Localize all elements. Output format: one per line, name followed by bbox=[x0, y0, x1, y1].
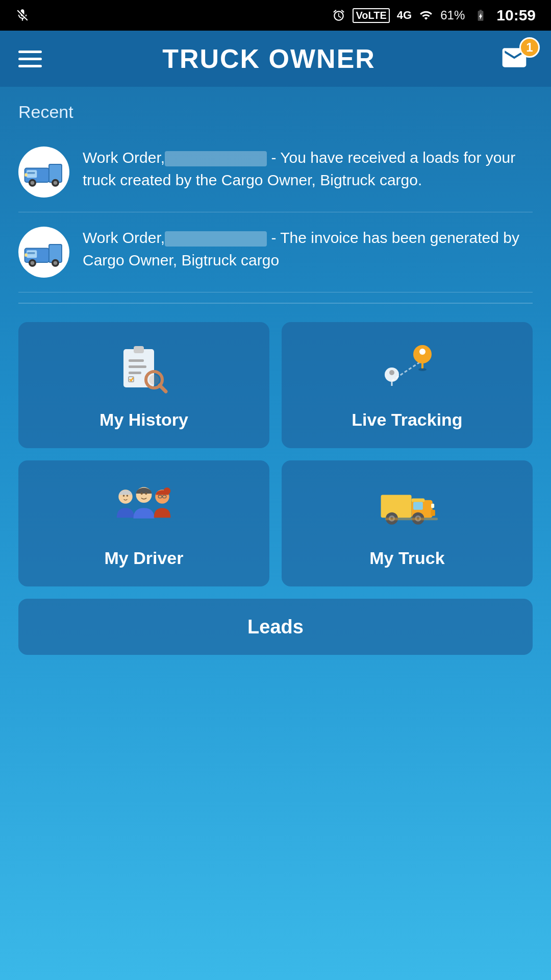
volte-indicator: VoLTE bbox=[353, 8, 389, 23]
my-driver-button[interactable]: My Driver bbox=[18, 460, 269, 586]
svg-point-39 bbox=[164, 487, 171, 495]
status-right: VoLTE 4G 61% 10:59 bbox=[332, 7, 536, 24]
network-indicator: 4G bbox=[397, 9, 412, 22]
map-pin-icon bbox=[377, 345, 438, 396]
svg-rect-47 bbox=[431, 510, 435, 516]
tracking-icon-wrap bbox=[377, 342, 438, 399]
page-title: TRUCK OWNER bbox=[162, 43, 375, 74]
notification-text-1: Work Order, - You have received a loads … bbox=[83, 146, 533, 191]
notification-text-2: Work Order, - The invoice has been gener… bbox=[83, 227, 533, 271]
svg-rect-20 bbox=[129, 359, 144, 362]
driver-icon-wrap bbox=[113, 481, 174, 537]
svg-point-33 bbox=[123, 495, 124, 497]
truck-illustration-icon bbox=[377, 483, 438, 534]
svg-rect-17 bbox=[28, 252, 35, 254]
svg-point-15 bbox=[54, 261, 58, 265]
svg-rect-48 bbox=[431, 504, 434, 508]
live-tracking-label: Live Tracking bbox=[352, 410, 462, 430]
feature-grid: My History bbox=[18, 322, 533, 586]
leads-button[interactable]: Leads bbox=[18, 599, 533, 655]
svg-rect-55 bbox=[385, 518, 438, 520]
svg-rect-7 bbox=[25, 174, 28, 177]
truck-avatar-1 bbox=[18, 146, 69, 198]
time-display: 10:59 bbox=[496, 7, 536, 24]
team-icon bbox=[113, 483, 174, 534]
my-history-label: My History bbox=[99, 410, 188, 430]
status-left bbox=[15, 8, 30, 22]
my-truck-label: My Truck bbox=[369, 548, 444, 568]
notification-list: Work Order, - You have received a loads … bbox=[18, 132, 533, 292]
svg-point-25 bbox=[149, 375, 159, 385]
alarm-icon bbox=[332, 9, 345, 22]
truck-avatar-svg-2 bbox=[23, 237, 64, 267]
svg-point-37 bbox=[145, 493, 147, 495]
my-truck-icon-wrap bbox=[377, 481, 438, 537]
svg-rect-19 bbox=[134, 346, 144, 353]
notification-item-2[interactable]: Work Order, - The invoice has been gener… bbox=[18, 212, 533, 292]
notification-button[interactable]: 1 bbox=[496, 43, 533, 74]
history-icon-wrap bbox=[113, 342, 174, 399]
my-truck-button[interactable]: My Truck bbox=[282, 460, 533, 586]
svg-point-4 bbox=[31, 181, 35, 185]
main-content: Recent bbox=[0, 87, 551, 675]
svg-rect-8 bbox=[28, 172, 35, 174]
notification-badge: 1 bbox=[519, 37, 540, 58]
mic-off-icon bbox=[15, 8, 30, 22]
live-tracking-button[interactable]: Live Tracking bbox=[282, 322, 533, 448]
battery-text: 61% bbox=[440, 8, 465, 22]
section-divider bbox=[18, 303, 533, 304]
svg-point-28 bbox=[389, 370, 394, 375]
svg-point-31 bbox=[418, 368, 427, 371]
leads-label: Leads bbox=[247, 616, 304, 638]
hamburger-menu[interactable] bbox=[18, 51, 42, 67]
svg-point-34 bbox=[127, 495, 128, 497]
signal-icon bbox=[419, 9, 433, 22]
svg-point-13 bbox=[31, 261, 35, 265]
clipboard-search-icon bbox=[116, 345, 172, 396]
svg-rect-22 bbox=[129, 372, 141, 374]
svg-rect-43 bbox=[381, 495, 412, 518]
svg-rect-21 bbox=[129, 365, 146, 368]
svg-point-36 bbox=[141, 493, 143, 495]
svg-point-30 bbox=[419, 349, 425, 355]
battery-icon bbox=[472, 9, 489, 22]
truck-avatar-2 bbox=[18, 227, 69, 278]
svg-point-6 bbox=[54, 181, 58, 185]
svg-line-26 bbox=[160, 385, 166, 391]
my-history-button[interactable]: My History bbox=[18, 322, 269, 448]
recent-section-label: Recent bbox=[18, 102, 533, 122]
svg-rect-45 bbox=[413, 502, 423, 509]
svg-rect-46 bbox=[412, 498, 425, 502]
app-header: TRUCK OWNER 1 bbox=[0, 31, 551, 87]
svg-rect-16 bbox=[25, 254, 28, 257]
my-driver-label: My Driver bbox=[105, 548, 184, 568]
truck-avatar-svg-1 bbox=[23, 157, 64, 187]
notification-item-1[interactable]: Work Order, - You have received a loads … bbox=[18, 132, 533, 212]
status-bar: VoLTE 4G 61% 10:59 bbox=[0, 0, 551, 31]
